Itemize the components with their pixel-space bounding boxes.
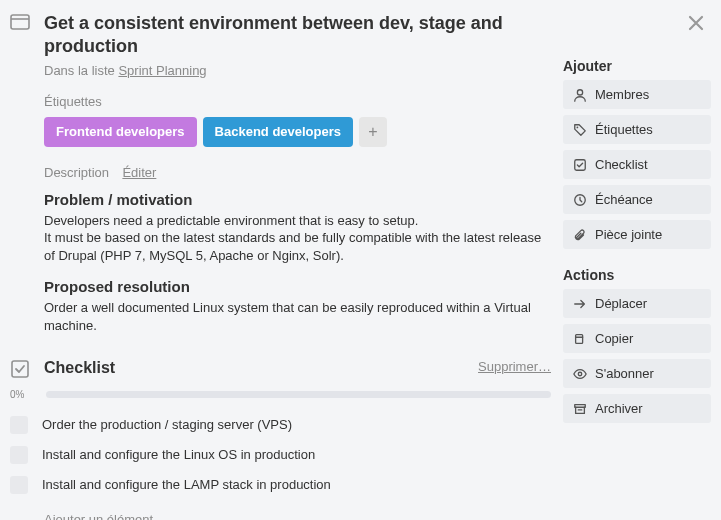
- sidebar: Ajouter MembresÉtiquettesChecklistÉchéan…: [563, 12, 711, 520]
- list-location: Dans la liste Sprint Planning: [44, 63, 551, 78]
- checklist-checkbox[interactable]: [10, 446, 28, 464]
- resolution-body: Order a well documented Linux system tha…: [44, 299, 551, 334]
- checklist-title: Checklist: [44, 359, 478, 377]
- user-icon: [573, 88, 587, 102]
- checklist-checkbox[interactable]: [10, 476, 28, 494]
- svg-rect-0: [11, 15, 29, 29]
- checklist-item: Order the production / staging server (V…: [10, 410, 551, 440]
- add-button[interactable]: Checklist: [563, 150, 711, 179]
- in-list-prefix: Dans la liste: [44, 63, 118, 78]
- svg-rect-7: [576, 334, 583, 343]
- problem-body: Developers need a predictable environmen…: [44, 212, 551, 265]
- checklist-checkbox[interactable]: [10, 416, 28, 434]
- desc-line: It must be based on the latest standards…: [44, 230, 541, 263]
- arrow-icon: [573, 297, 587, 311]
- add-button[interactable]: Pièce jointe: [563, 220, 711, 249]
- card-title[interactable]: Get a consistent environment between dev…: [44, 12, 551, 59]
- button-label: S'abonner: [595, 366, 654, 381]
- close-icon[interactable]: [683, 10, 709, 36]
- svg-rect-10: [575, 404, 586, 407]
- list-link[interactable]: Sprint Planning: [118, 63, 206, 78]
- svg-point-4: [577, 126, 579, 128]
- check-icon: [573, 158, 587, 172]
- add-button[interactable]: Étiquettes: [563, 115, 711, 144]
- labels-row: Frontend developersBackend developers+: [44, 117, 551, 147]
- add-button[interactable]: Membres: [563, 80, 711, 109]
- add-label-button[interactable]: +: [359, 117, 387, 147]
- svg-point-3: [577, 89, 582, 94]
- button-label: Archiver: [595, 401, 643, 416]
- action-button[interactable]: Copier: [563, 324, 711, 353]
- progress-bar: [46, 391, 551, 398]
- svg-rect-2: [12, 361, 28, 377]
- button-label: Membres: [595, 87, 649, 102]
- actions-heading: Actions: [563, 267, 711, 283]
- button-label: Checklist: [595, 157, 648, 172]
- action-button[interactable]: Archiver: [563, 394, 711, 423]
- copy-icon: [573, 332, 587, 346]
- checklist-item: Install and configure the LAMP stack in …: [10, 470, 551, 500]
- add-button[interactable]: Échéance: [563, 185, 711, 214]
- checklist-item-text[interactable]: Install and configure the Linux OS in pr…: [42, 447, 315, 462]
- archive-icon: [573, 402, 587, 416]
- progress-percent: 0%: [10, 389, 38, 400]
- svg-point-9: [578, 372, 582, 376]
- attach-icon: [573, 228, 587, 242]
- labels-heading: Étiquettes: [44, 94, 551, 109]
- action-button[interactable]: Déplacer: [563, 289, 711, 318]
- resolution-heading: Proposed resolution: [44, 278, 551, 295]
- checklist-icon: [10, 359, 44, 379]
- button-label: Déplacer: [595, 296, 647, 311]
- label-tag[interactable]: Backend developers: [203, 117, 353, 147]
- action-button[interactable]: S'abonner: [563, 359, 711, 388]
- edit-description-link[interactable]: Éditer: [122, 165, 156, 180]
- clock-icon: [573, 193, 587, 207]
- card-icon: [10, 12, 34, 30]
- add-checklist-item[interactable]: Ajouter un élément…: [44, 512, 551, 520]
- add-heading: Ajouter: [563, 58, 711, 74]
- button-label: Copier: [595, 331, 633, 346]
- button-label: Pièce jointe: [595, 227, 662, 242]
- eye-icon: [573, 367, 587, 381]
- tag-icon: [573, 123, 587, 137]
- main-column: Get a consistent environment between dev…: [10, 12, 563, 520]
- label-tag[interactable]: Frontend developers: [44, 117, 197, 147]
- checklist-item-text[interactable]: Install and configure the LAMP stack in …: [42, 477, 331, 492]
- delete-checklist-link[interactable]: Supprimer…: [478, 359, 551, 374]
- checklist-item: Install and configure the Linux OS in pr…: [10, 440, 551, 470]
- desc-line: Developers need a predictable environmen…: [44, 213, 418, 228]
- description-heading: Description: [44, 165, 109, 180]
- button-label: Étiquettes: [595, 122, 653, 137]
- button-label: Échéance: [595, 192, 653, 207]
- checklist-item-text[interactable]: Order the production / staging server (V…: [42, 417, 292, 432]
- problem-heading: Problem / motivation: [44, 191, 551, 208]
